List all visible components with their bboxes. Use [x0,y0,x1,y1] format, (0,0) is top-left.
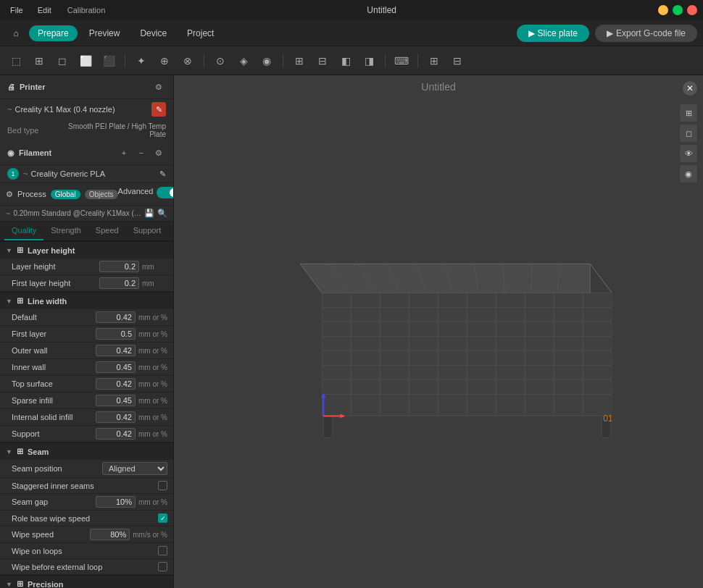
tab-device[interactable]: Device [131,25,175,41]
first-layer-value: mm or % [96,328,167,340]
toolbar-icon-6[interactable]: ✦ [131,51,151,71]
staggered-inner-seams-checkbox[interactable] [158,481,167,490]
tab-project[interactable]: Project [178,25,222,41]
maximize-button[interactable] [673,5,683,15]
internal-solid-infill-label: Internal solid infill [12,413,96,421]
svg-text:01: 01 [603,413,612,424]
export-gcode-button[interactable]: ▶ Export G-code file [595,25,697,42]
toolbar-icon-3[interactable]: ◻ [52,51,72,71]
tab-preview[interactable]: Preview [80,25,129,41]
left-panel: 🖨 Printer ⚙ ~ Creality K1 Max (0.4 nozzl… [0,75,174,588]
seam-group-header[interactable]: ▼ ⊞ Seam [0,442,173,460]
canvas-tool-2[interactable]: ◻ [680,125,697,142]
advanced-toggle[interactable] [157,187,175,198]
toolbar-icon-11[interactable]: ◉ [257,51,277,71]
filament-name: Creality Generic PLA [30,169,105,178]
support-input[interactable] [96,428,136,440]
slice-plate-button[interactable]: ▶ Slice plate [517,25,589,42]
toolbar-icon-9[interactable]: ⊙ [210,51,230,71]
canvas-area[interactable]: Untitled ✕ [174,75,703,588]
close-button[interactable] [687,5,697,15]
wipe-speed-input[interactable] [90,529,130,540]
tab-support[interactable]: Support [126,222,169,240]
toolbar-icon-15[interactable]: ◨ [359,51,379,71]
filament-remove-button[interactable]: − [134,146,149,160]
printer-settings-button[interactable]: ⚙ [151,80,166,94]
filament-add-button[interactable]: + [117,146,131,160]
toolbar-icon-12[interactable]: ⊞ [289,51,309,71]
toolbar-icon-18[interactable]: ⊟ [447,51,467,71]
precision-group-header[interactable]: ▼ ⊞ Precision [0,575,173,588]
first-layer-unit: mm or % [138,330,167,338]
home-button[interactable]: ⌂ [6,23,26,43]
toolbar-icon-2[interactable]: ⊞ [29,51,49,71]
wipe-on-loops-checkbox[interactable] [158,546,167,555]
bed-type-label: Bed type [7,126,38,135]
first-layer-input[interactable] [96,328,136,340]
toolbar-icon-17[interactable]: ⊞ [424,51,444,71]
arrow-icon-2: ▼ [6,298,12,305]
canvas-close-button[interactable]: ✕ [683,81,697,96]
role-base-wipe-speed-checkbox[interactable] [158,513,167,523]
layer-height-group-header[interactable]: ▼ ⊞ Layer height [0,241,173,259]
toolbar-icon-1[interactable]: ⬚ [6,51,26,71]
seam-position-select[interactable]: Aligned [102,462,167,475]
process-profile-save[interactable]: 💾 [144,209,154,218]
toolbar-icon-5[interactable]: ⬛ [99,51,119,71]
canvas-tool-3[interactable]: 👁 [680,145,697,162]
toolbar-icon-14[interactable]: ◧ [336,51,356,71]
wipe-before-external-loop-value [158,562,167,571]
process-profile-search[interactable]: 🔍 [157,209,167,218]
tab-prepare[interactable]: Prepare [29,25,78,41]
first-layer-height-input[interactable] [99,277,139,289]
bed-type-value: Smooth PEI Plate / High Temp Plate [65,122,166,138]
toolbar-icon-8[interactable]: ⊗ [178,51,198,71]
layer-height-input[interactable] [99,261,139,272]
toolbar-icon-16[interactable]: ⌨ [391,51,412,71]
filament-item[interactable]: 1 ~ Creality Generic PLA ✎ [0,165,173,182]
outer-wall-input[interactable] [96,345,136,356]
minimize-button[interactable] [658,5,668,15]
printer-section-title: 🖨 Printer [7,83,45,91]
seam-group-icon: ⊞ [17,447,23,456]
process-profile-name: 0.20mm Standard @Creality K1Max (0.4 n..… [13,209,141,217]
first-layer-height-unit: mm [142,280,167,287]
toolbar-icon-4[interactable]: ⬜ [75,51,96,71]
menu-file[interactable]: File [6,4,28,16]
tag-objects[interactable]: Objects [85,190,118,199]
tab-strength[interactable]: Strength [43,222,88,240]
canvas-tool-1[interactable]: ⊞ [680,104,697,122]
toolbar-icon-10[interactable]: ◈ [233,51,254,71]
setting-first-layer: First layer mm or % [0,326,173,343]
sparse-infill-input[interactable] [96,395,136,406]
tab-speed[interactable]: Speed [88,222,126,240]
window-controls [658,5,697,15]
internal-solid-infill-input[interactable] [96,411,136,423]
top-surface-input[interactable] [96,378,136,390]
menu-edit[interactable]: Edit [33,4,56,16]
default-input[interactable] [96,311,136,323]
printer-edit-icon[interactable]: ✎ [151,102,166,117]
canvas-tool-4[interactable]: ◉ [680,165,697,182]
printer-edit-button[interactable]: ✎ [151,102,166,117]
seam-gap-input[interactable] [96,496,136,508]
tag-global[interactable]: Global [51,190,80,199]
filament-settings-button[interactable]: ⚙ [151,146,166,160]
filament-icon: ◉ [7,148,14,158]
inner-wall-input[interactable] [96,361,136,373]
tab-quality[interactable]: Quality [4,222,43,240]
canvas-title: Untitled [421,81,455,93]
precision-group-icon: ⊞ [17,579,23,588]
navbar: ⌂ Prepare Preview Device Project ▶ Slice… [0,20,703,46]
process-profile-row[interactable]: ~ 0.20mm Standard @Creality K1Max (0.4 n… [0,206,173,222]
wipe-before-external-loop-checkbox[interactable] [158,562,167,571]
toolbar-icon-13[interactable]: ⊟ [312,51,333,71]
line-width-group-header[interactable]: ▼ ⊞ Line width [0,292,173,309]
tab-others[interactable]: Others [168,222,174,240]
toolbar-icon-7[interactable]: ⊕ [154,51,175,71]
setting-internal-solid-infill: Internal solid infill mm or % [0,409,173,426]
printer-item[interactable]: ~ Creality K1 Max (0.4 nozzle) ✎ [0,99,173,119]
first-layer-height-label: First layer height [12,279,99,287]
filament-edit-icon[interactable]: ✎ [159,169,166,179]
calibration-label: Calibration [67,6,106,14]
